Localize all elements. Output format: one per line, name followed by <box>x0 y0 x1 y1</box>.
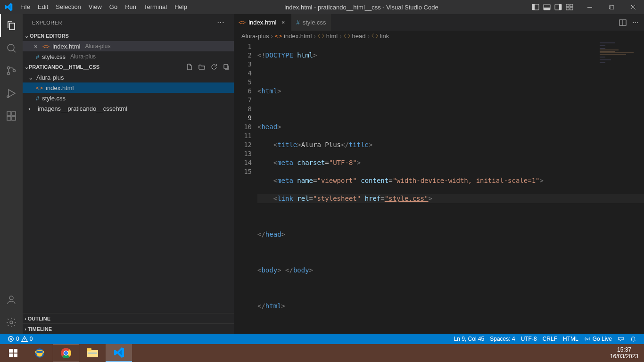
menu-help[interactable]: Help <box>171 0 191 14</box>
tag-icon <box>318 33 324 39</box>
svg-rect-29 <box>14 349 17 353</box>
svg-rect-10 <box>587 7 592 8</box>
svg-rect-8 <box>566 8 569 10</box>
tag-icon <box>372 33 378 39</box>
refresh-icon[interactable] <box>210 63 218 71</box>
split-editor-icon[interactable] <box>619 19 627 26</box>
taskbar-vscode[interactable] <box>106 344 132 362</box>
tab-style-css[interactable]: # style.css <box>291 14 330 31</box>
code-content[interactable]: <!DOCTYPE html> <html> <head> <title>Alu… <box>257 41 644 334</box>
svg-point-22 <box>9 296 13 300</box>
svg-rect-19 <box>7 116 11 120</box>
maximize-button[interactable] <box>601 0 622 14</box>
folder-item[interactable]: › imagens__praticando__cssehtml <box>23 103 234 114</box>
svg-point-38 <box>64 351 68 355</box>
menu-selection[interactable]: Selection <box>52 0 84 14</box>
close-button[interactable] <box>622 0 644 14</box>
status-language[interactable]: HTML <box>560 336 581 342</box>
breadcrumb[interactable]: Alura-plus› <>index.html› html› head› li… <box>234 31 644 41</box>
svg-rect-24 <box>224 65 228 68</box>
svg-rect-41 <box>88 353 97 354</box>
menu-bar: File Edit Selection View Go Run Terminal… <box>17 0 191 14</box>
menu-file[interactable]: File <box>17 0 34 14</box>
status-indent[interactable]: Spaces: 4 <box>487 336 518 342</box>
folder-item[interactable]: ⌄Alura-plus <box>23 72 234 82</box>
file-item[interactable]: <> index.html <box>23 82 234 93</box>
css-file-icon: # <box>36 53 39 60</box>
toggle-secondary-sidebar-icon[interactable] <box>554 3 562 11</box>
file-item[interactable]: # style.css <box>23 93 234 103</box>
status-feedback-icon[interactable] <box>615 336 627 342</box>
taskbar-explorer[interactable] <box>79 344 106 362</box>
timeline-section[interactable]: › TIMELINE <box>23 323 234 334</box>
close-icon[interactable]: × <box>279 19 287 26</box>
editor-group: <> index.html × # style.css ⋯ Alura-plus… <box>234 14 644 334</box>
taskbar-clock[interactable]: 15:37 16/03/2023 <box>610 346 644 360</box>
titlebar: File Edit Selection View Go Run Terminal… <box>0 0 644 14</box>
explorer-icon[interactable] <box>0 14 23 37</box>
status-eol[interactable]: CRLF <box>540 336 560 342</box>
svg-rect-31 <box>14 354 17 357</box>
close-icon[interactable]: × <box>32 43 40 50</box>
source-control-icon[interactable] <box>0 59 23 82</box>
windows-taskbar: 15:37 16/03/2023 <box>0 344 644 362</box>
toggle-primary-sidebar-icon[interactable] <box>532 3 539 11</box>
more-actions-icon[interactable]: ⋯ <box>632 19 638 26</box>
settings-gear-icon[interactable] <box>0 311 23 334</box>
open-editor-item[interactable]: # style.css Alura-plus <box>23 51 234 62</box>
svg-rect-18 <box>7 112 11 115</box>
start-button[interactable] <box>0 344 26 362</box>
accounts-icon[interactable] <box>0 288 23 311</box>
customize-layout-icon[interactable] <box>566 3 573 11</box>
status-bar: 0 0 Ln 9, Col 45 Spaces: 4 UTF-8 CRLF HT… <box>0 334 644 344</box>
explorer-more-icon[interactable]: ⋯ <box>217 18 225 27</box>
outline-section[interactable]: › OUTLINE <box>23 313 234 323</box>
vscode-logo-icon <box>0 3 17 11</box>
layout-controls <box>532 3 579 11</box>
window-title: index.html - praticando__html__css - Vis… <box>191 4 532 11</box>
svg-rect-20 <box>12 116 16 120</box>
line-gutter: 123456789101112131415 <box>234 41 257 334</box>
svg-point-17 <box>7 96 9 98</box>
status-problems[interactable]: 0 0 <box>5 336 35 342</box>
status-golive[interactable]: Go Live <box>581 336 615 342</box>
svg-point-13 <box>8 44 14 51</box>
project-section[interactable]: ⌄PRATICANDO__HTML__CSS <box>23 62 234 72</box>
css-file-icon: # <box>36 95 39 102</box>
menu-view[interactable]: View <box>85 0 106 14</box>
status-bell-icon[interactable] <box>627 336 639 342</box>
new-file-icon[interactable] <box>186 63 193 71</box>
tab-index-html[interactable]: <> index.html × <box>234 14 291 31</box>
html-file-icon: <> <box>275 33 282 40</box>
extensions-icon[interactable] <box>0 105 23 127</box>
search-icon[interactable] <box>0 37 23 59</box>
svg-point-16 <box>13 70 16 72</box>
svg-point-14 <box>8 67 10 69</box>
minimize-button[interactable] <box>579 0 601 14</box>
svg-rect-9 <box>570 8 573 10</box>
open-editor-item[interactable]: × <> index.html Alura-plus <box>23 41 234 51</box>
menu-go[interactable]: Go <box>106 0 121 14</box>
menu-terminal[interactable]: Terminal <box>140 0 171 14</box>
menu-run[interactable]: Run <box>121 0 140 14</box>
activity-bar <box>0 14 23 334</box>
open-editors-section[interactable]: ⌄OPEN EDITORS <box>23 31 234 41</box>
svg-rect-12 <box>610 6 614 9</box>
minimap[interactable] <box>600 42 637 66</box>
run-debug-icon[interactable] <box>0 82 23 105</box>
svg-rect-30 <box>9 354 13 357</box>
explorer-sidebar: EXPLORER ⋯ ⌄OPEN EDITORS × <> index.html… <box>23 14 234 334</box>
taskbar-chrome[interactable] <box>53 344 79 362</box>
svg-point-27 <box>586 338 588 340</box>
code-editor[interactable]: 123456789101112131415 <!DOCTYPE html> <h… <box>234 41 644 334</box>
new-folder-icon[interactable] <box>198 63 206 71</box>
toggle-panel-icon[interactable] <box>543 3 551 11</box>
menu-edit[interactable]: Edit <box>34 0 52 14</box>
status-cursor[interactable]: Ln 9, Col 45 <box>451 336 487 342</box>
taskbar-ie[interactable] <box>26 344 53 362</box>
svg-rect-6 <box>566 4 569 7</box>
svg-rect-3 <box>544 8 550 10</box>
collapse-all-icon[interactable] <box>223 63 230 71</box>
status-encoding[interactable]: UTF-8 <box>518 336 540 342</box>
svg-point-15 <box>8 73 10 75</box>
